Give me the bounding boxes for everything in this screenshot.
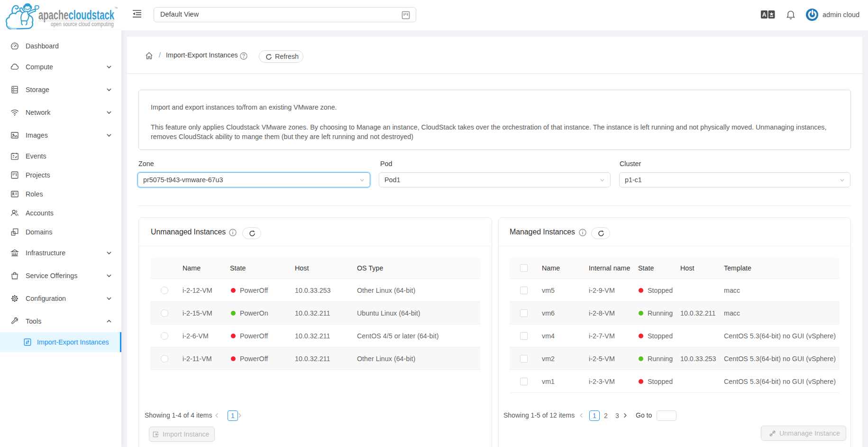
svg-text:A: A — [762, 11, 767, 18]
svg-text:™: ™ — [114, 6, 118, 11]
svg-text:open source cloud computing: open source cloud computing — [51, 20, 114, 28]
